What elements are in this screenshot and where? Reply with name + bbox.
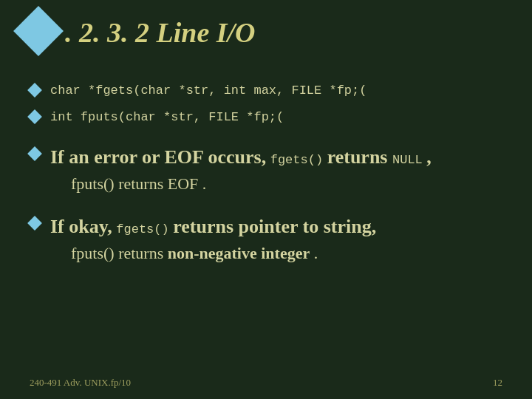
section-2: If okay, fgets() returns pointer to stri…: [30, 212, 502, 265]
list-item: If okay, fgets() returns pointer to stri…: [30, 212, 502, 265]
title-diamond-icon: [13, 6, 64, 56]
section-diamond-icon: [27, 146, 42, 161]
slide-footer: 240-491 Adv. UNIX.fp/10 12: [30, 377, 502, 389]
slide-content: char *fgets(char *str, int max, FILE *fp…: [30, 81, 502, 274]
footer-right: 12: [493, 377, 502, 389]
bullet-diamond-icon: [27, 109, 42, 124]
section-1-line2-suffix: .: [202, 174, 207, 193]
section-1-mono2: NULL: [392, 153, 423, 167]
section-1-line2-mono: fputs(): [71, 174, 115, 193]
section-2-line2-suffix: .: [314, 244, 318, 262]
section-2-mono1: fgets(): [116, 222, 168, 236]
section-2-line2-mono: fputs(): [71, 244, 115, 262]
section-1-line2-mono2: EOF: [168, 174, 199, 193]
section-2-line2-bold: non-negative integer: [168, 244, 310, 262]
section-1-middle: returns: [327, 146, 392, 168]
slide-title: . 2. 3. 2 Line I/O: [65, 16, 256, 49]
section-diamond-icon: [27, 216, 42, 231]
section-1-prefix: If an error or EOF occurs,: [50, 146, 266, 168]
bullet-text-1: char *fgets(char *str, int max, FILE *fp…: [50, 81, 366, 100]
bullet-text-2: int fputs(char *str, FILE *fp;(: [50, 108, 284, 127]
section-1-suffix: ,: [426, 146, 432, 168]
section-1-mono1: fgets(): [270, 153, 323, 167]
bullet-diamond-icon: [27, 83, 42, 98]
section-1-text: If an error or EOF occurs, fgets() retur…: [50, 143, 432, 196]
section-2-line2-middle: returns: [118, 244, 168, 262]
list-item: char *fgets(char *str, int max, FILE *fp…: [30, 81, 502, 100]
list-item: int fputs(char *str, FILE *fp;(: [30, 108, 502, 127]
section-2-text: If okay, fgets() returns pointer to stri…: [50, 212, 376, 265]
slide: . 2. 3. 2 Line I/O char *fgets(char *str…: [0, 0, 532, 399]
section-2-prefix: If okay,: [50, 216, 112, 237]
footer-left: 240-491 Adv. UNIX.fp/10: [30, 377, 131, 389]
section-1: If an error or EOF occurs, fgets() retur…: [30, 143, 502, 196]
section-1-line2-middle: returns: [118, 174, 168, 193]
list-item: If an error or EOF occurs, fgets() retur…: [30, 143, 502, 196]
section-2-middle: returns pointer to string,: [173, 216, 376, 237]
